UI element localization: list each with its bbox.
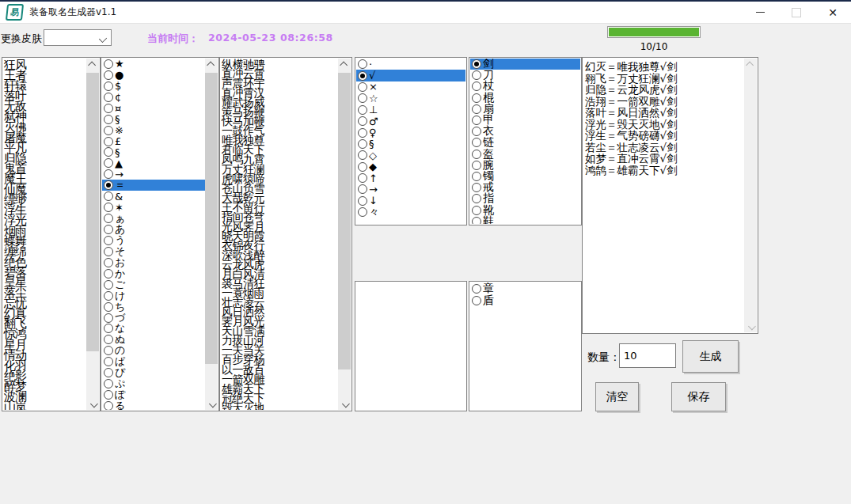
- word-list-scrollbar[interactable]: [86, 59, 99, 410]
- maximize-button[interactable]: [778, 2, 815, 23]
- word-item[interactable]: 灭佛: [3, 121, 86, 131]
- phrase-item[interactable]: 万丈狂澜: [221, 164, 338, 173]
- symbol-option[interactable]: §: [102, 114, 205, 125]
- symbol-option[interactable]: 々: [356, 207, 465, 218]
- phrase-item[interactable]: 凤鸣九霄: [221, 153, 338, 163]
- word-item[interactable]: 弑神: [3, 110, 86, 120]
- symbol-option[interactable]: §: [102, 147, 205, 158]
- equipment-option[interactable]: 盾: [470, 294, 580, 306]
- phrase-item[interactable]: 以一敌百: [221, 364, 338, 373]
- symbol-option[interactable]: ＝: [102, 180, 205, 191]
- symbol-option[interactable]: ◇: [356, 150, 465, 161]
- word-item[interactable]: 化羽: [3, 359, 86, 369]
- phrase-item[interactable]: 百步穿杨: [221, 354, 338, 363]
- phrase-item[interactable]: 大哉乾元: [221, 192, 338, 202]
- results-scrollbar[interactable]: [744, 59, 757, 332]
- minimize-button[interactable]: [742, 2, 778, 23]
- symbol-option[interactable]: &: [102, 191, 205, 202]
- symbol-option[interactable]: ◆: [356, 161, 465, 172]
- symbol-option[interactable]: ▲: [102, 157, 205, 169]
- phrase-item[interactable]: 王不留行: [221, 202, 338, 211]
- result-item[interactable]: 浮生＝气势磅礴√剑: [583, 130, 744, 142]
- option-label: ·: [369, 59, 372, 70]
- symbol-option[interactable]: ·: [356, 59, 465, 70]
- word-item[interactable]: 绝影: [3, 369, 86, 380]
- symbol-option[interactable]: $: [102, 81, 205, 92]
- result-item[interactable]: 落叶＝风日洒然√剑: [583, 107, 744, 119]
- word-listbox: 狂风王者轩辕落叶无敌弑神灭佛屠魔平凡归隐鬼首魔王仙魔缥缈浮生浮光烟雨蝶舞缠绵绝色…: [2, 57, 101, 411]
- phrase-item[interactable]: 虎啸猿啼: [221, 173, 338, 183]
- result-item[interactable]: 翱飞＝万丈狂澜√剑: [583, 73, 744, 85]
- word-item[interactable]: 星月: [3, 339, 86, 349]
- word-item[interactable]: 屠魔: [3, 131, 86, 142]
- phrase-item[interactable]: 一箭双雕: [221, 373, 338, 383]
- skin-dropdown[interactable]: [44, 29, 112, 46]
- scroll-up-button[interactable]: [205, 59, 218, 71]
- word-item[interactable]: 归隐: [3, 152, 86, 162]
- phrase-item[interactable]: 指间苍穹: [221, 211, 338, 221]
- radio-icon: [104, 180, 113, 190]
- phrase-list-scrollbar[interactable]: [338, 59, 351, 410]
- word-item[interactable]: 碧落: [3, 266, 86, 276]
- symbol-option[interactable]: ♀: [356, 127, 465, 138]
- symbol-listbox-1: ★●$¢¤§※£§▲→＝&✶ぁあうそおかごけちづなぬのぱぴぷぽる: [101, 57, 219, 411]
- word-item[interactable]: 浮光: [3, 214, 86, 224]
- symbol-option[interactable]: ☆: [356, 93, 465, 104]
- close-button[interactable]: ✕: [815, 2, 851, 23]
- scrollbar-thumb[interactable]: [86, 73, 99, 351]
- phrase-item[interactable]: 毁天灭地: [221, 402, 338, 410]
- radio-icon: [358, 162, 367, 172]
- radio-icon: [104, 137, 113, 146]
- phrase-item[interactable]: 冠绝天下: [221, 392, 338, 402]
- equipment-option[interactable]: 鞋: [470, 216, 580, 224]
- symbol-option[interactable]: ⊥: [356, 104, 465, 116]
- chevron-up-icon: [88, 61, 96, 69]
- radio-icon: [472, 70, 481, 80]
- word-item[interactable]: 蝶舞: [3, 235, 86, 245]
- save-button[interactable]: 保存: [671, 382, 726, 411]
- symbol-option[interactable]: §: [356, 138, 465, 150]
- scroll-up-button[interactable]: [338, 59, 351, 71]
- quantity-input[interactable]: [619, 343, 676, 368]
- chevron-up-icon: [207, 61, 215, 69]
- scroll-down-button[interactable]: [744, 320, 757, 332]
- scroll-up-button[interactable]: [86, 59, 99, 71]
- scroll-up-button[interactable]: [744, 59, 757, 71]
- phrase-item[interactable]: 苍山负雪: [221, 183, 338, 192]
- scrollbar-thumb[interactable]: [205, 73, 218, 364]
- result-item[interactable]: 幻灭＝唯我独尊√剑: [583, 61, 744, 73]
- symbol-option[interactable]: る: [102, 400, 205, 410]
- symbol-option[interactable]: ×: [356, 81, 465, 93]
- word-item[interactable]: 缠绵: [3, 245, 86, 256]
- phrase-item[interactable]: 雄霸天下: [221, 383, 338, 392]
- clear-button[interactable]: 清空: [595, 382, 639, 411]
- symbol-option[interactable]: √: [356, 70, 465, 81]
- symbol-option[interactable]: ★: [102, 59, 205, 70]
- scroll-down-button[interactable]: [205, 397, 218, 410]
- word-item[interactable]: 平凡: [3, 142, 86, 152]
- symbol-option[interactable]: →: [356, 184, 465, 195]
- symbol-option[interactable]: £: [102, 136, 205, 147]
- word-item[interactable]: 绝色: [3, 256, 86, 266]
- word-item[interactable]: 情动: [3, 349, 86, 359]
- symbol-option[interactable]: ¢: [102, 92, 205, 103]
- result-item[interactable]: 浮光＝毁天灭地√剑: [583, 119, 744, 131]
- symbol-option[interactable]: ♂: [356, 116, 465, 127]
- symbol-option[interactable]: ※: [102, 125, 205, 136]
- result-item[interactable]: 归隐＝云龙风虎√剑: [583, 84, 744, 96]
- scrollbar-thumb[interactable]: [338, 73, 351, 369]
- scroll-down-button[interactable]: [86, 397, 99, 410]
- symbol-option[interactable]: ●: [102, 70, 205, 81]
- symbol-list-scrollbar[interactable]: [205, 59, 218, 410]
- scroll-down-button[interactable]: [338, 397, 351, 410]
- symbol-option[interactable]: ↑: [356, 172, 465, 184]
- result-item[interactable]: 若尘＝壮志凌云√剑: [583, 142, 744, 153]
- result-item[interactable]: 如梦＝直冲云霄√剑: [583, 153, 744, 165]
- word-item[interactable]: 山岚: [3, 400, 86, 410]
- word-item[interactable]: 惊鸿: [3, 328, 86, 338]
- word-item[interactable]: 烟雨: [3, 225, 86, 235]
- symbol-option[interactable]: ¤: [102, 103, 205, 114]
- result-item[interactable]: 鸿鹄＝雄霸天下√剑: [583, 165, 744, 176]
- result-item[interactable]: 浩翔＝一箭双雕√剑: [583, 96, 744, 108]
- generate-button[interactable]: 生成: [682, 340, 739, 373]
